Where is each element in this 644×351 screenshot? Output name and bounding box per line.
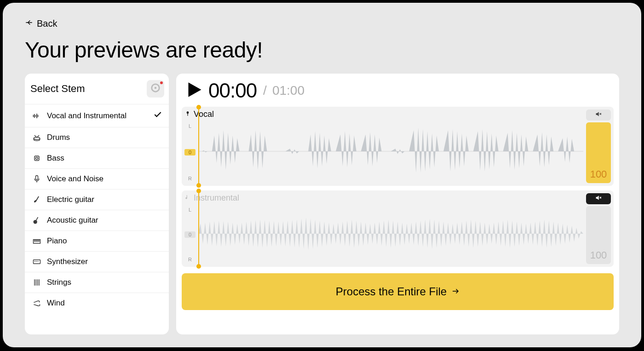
process-button-label: Process the Entire File	[336, 285, 447, 298]
strings-icon	[32, 278, 41, 287]
stem-item-label: Strings	[47, 278, 71, 287]
play-button[interactable]	[184, 80, 203, 101]
svg-rect-6	[38, 115, 39, 117]
stem-item-strings[interactable]: Strings	[25, 272, 169, 293]
svg-rect-12	[35, 217, 38, 221]
drums-icon	[32, 133, 41, 142]
pan-control-instrumental[interactable]: L 0 R	[184, 193, 196, 264]
svg-rect-2	[33, 115, 34, 117]
stem-item-label: Piano	[47, 236, 67, 246]
waveform-instrumental[interactable]	[198, 193, 583, 264]
check-icon	[153, 110, 162, 121]
svg-rect-3	[34, 114, 35, 117]
speaker-muted-icon	[595, 110, 602, 120]
playhead[interactable]	[198, 191, 199, 266]
arrow-right-icon	[451, 285, 460, 298]
stem-panel-title: Select Stem	[30, 83, 85, 95]
stem-item-vocal-instrumental[interactable]: Vocal and Instrumental	[25, 104, 169, 127]
stem-item-voice-noise[interactable]: Voice and Noise	[25, 169, 169, 190]
note-icon	[184, 194, 191, 202]
bass-icon	[32, 154, 41, 163]
synth-icon	[32, 257, 41, 266]
player-panel: 00:00 / 01:00 Vocal L 0 R	[176, 74, 619, 334]
pan-left-label: L	[189, 123, 191, 129]
stem-item-label: Electric guitar	[47, 195, 94, 204]
waveform-mic-icon	[32, 111, 41, 121]
stem-item-synthesizer[interactable]: Synthesizer	[25, 252, 169, 272]
stem-item-label: Synthesizer	[47, 257, 88, 266]
svg-rect-4	[35, 115, 36, 116]
stem-item-label: Bass	[47, 154, 64, 163]
svg-point-14	[187, 111, 189, 114]
arrow-left-icon	[25, 18, 33, 29]
page-title: Your previews are ready!	[25, 37, 619, 63]
stem-item-bass[interactable]: Bass	[25, 148, 169, 169]
stem-item-label: Wind	[47, 299, 65, 308]
stem-item-wind[interactable]: Wind	[25, 293, 169, 313]
disc-icon	[150, 83, 161, 95]
wind-icon	[32, 299, 41, 308]
waveform-vocal[interactable]	[198, 109, 583, 183]
svg-point-1	[155, 87, 157, 89]
mute-button-instrumental[interactable]	[586, 193, 611, 204]
stem-item-acoustic-guitar[interactable]: Acoustic guitar	[25, 210, 169, 231]
stem-panel: Select Stem Vocal and Instrumental Drums	[25, 74, 169, 334]
stem-item-electric-guitar[interactable]: Electric guitar	[25, 190, 169, 210]
back-label: Back	[37, 18, 57, 29]
pan-center-label: 0	[184, 231, 196, 238]
svg-rect-10	[36, 176, 38, 180]
svg-point-11	[34, 220, 37, 224]
svg-rect-8	[34, 156, 39, 161]
svg-point-9	[36, 157, 38, 160]
stem-item-drums[interactable]: Drums	[25, 127, 169, 148]
volume-slider-instrumental[interactable]: 100	[586, 206, 611, 264]
stem-item-label: Acoustic guitar	[47, 216, 98, 225]
record-button[interactable]	[147, 80, 164, 98]
pan-control-vocal[interactable]: L 0 R	[184, 109, 196, 183]
track-instrumental: Instrumental L 0 R	[182, 190, 614, 267]
pan-right-label: R	[188, 257, 192, 262]
volume-value: 100	[590, 168, 607, 180]
pan-center-label: 0	[184, 149, 196, 155]
stem-item-label: Vocal and Instrumental	[47, 111, 126, 121]
play-icon	[184, 80, 203, 101]
time-current: 00:00	[208, 79, 257, 102]
time-total: 01:00	[272, 83, 305, 98]
stem-item-label: Drums	[47, 133, 70, 142]
waveform-graphic	[198, 120, 583, 183]
back-link[interactable]: Back	[25, 18, 57, 29]
pan-left-label: L	[189, 207, 191, 213]
electric-guitar-icon	[32, 195, 41, 204]
time-separator: /	[263, 83, 267, 98]
track-title: Vocal	[194, 109, 214, 119]
pan-right-label: R	[188, 176, 192, 181]
playhead[interactable]	[198, 108, 199, 185]
pin-icon	[184, 110, 191, 119]
stem-item-label: Voice and Noise	[47, 174, 104, 184]
waveform-graphic	[198, 203, 583, 264]
volume-value: 100	[590, 249, 607, 261]
track-title: Instrumental	[194, 193, 239, 203]
svg-rect-5	[36, 114, 37, 118]
svg-rect-13	[34, 260, 40, 264]
mute-button-vocal[interactable]	[586, 109, 611, 121]
mic-icon	[32, 174, 41, 184]
acoustic-guitar-icon	[32, 216, 41, 225]
stem-item-piano[interactable]: Piano	[25, 231, 169, 252]
process-button[interactable]: Process the Entire File	[182, 273, 614, 310]
track-vocal: Vocal L 0 R	[182, 107, 614, 186]
volume-slider-vocal[interactable]: 100	[586, 122, 611, 183]
speaker-muted-icon	[595, 194, 602, 203]
piano-icon	[32, 236, 41, 246]
